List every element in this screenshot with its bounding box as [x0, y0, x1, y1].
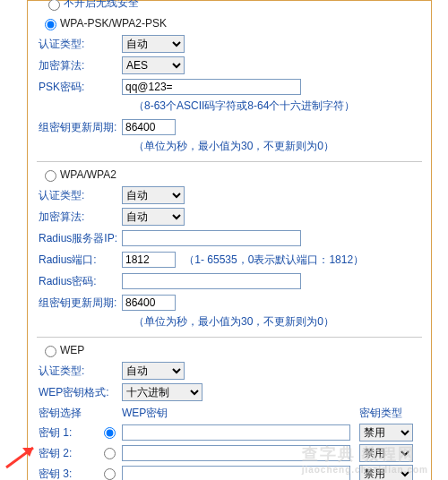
wpapsk-auth-select[interactable]: 自动 [122, 35, 185, 53]
wep-key-type-1[interactable]: 禁用 [359, 424, 413, 441]
wep-key-input-2[interactable] [122, 445, 350, 461]
annotation-arrow-icon [3, 439, 42, 471]
wpa-gkp-hint: （单位为秒，最小值为30，不更新则为0） [134, 314, 422, 330]
security-radio-wpapsk[interactable] [45, 19, 56, 30]
wep-head-type: 密钥类型 [359, 406, 422, 421]
wep-key-label-2: 密钥 2: [37, 446, 99, 461]
wpa-auth-label: 认证类型: [37, 188, 122, 203]
wep-key-type-2[interactable]: 禁用 [359, 444, 413, 462]
wep-key-radio-3[interactable] [104, 468, 116, 480]
wpa-algo-label: 加密算法: [37, 210, 122, 225]
radius-pwd-label: Radius密码: [37, 274, 122, 289]
wpapsk-auth-label: 认证类型: [37, 37, 122, 52]
radius-port-label: Radius端口: [37, 253, 122, 268]
radius-port-hint: （1- 65535，0表示默认端口：1812） [184, 253, 364, 266]
wpapsk-gkp-input[interactable] [122, 119, 176, 135]
wep-fmt-select[interactable]: 十六进制 [122, 383, 202, 401]
wpa-auth-select[interactable]: 自动 [122, 186, 185, 204]
radius-ip-label: Radius服务器IP: [37, 231, 122, 246]
separator-1 [37, 161, 422, 162]
wep-key-input-1[interactable] [122, 424, 350, 441]
wep-fmt-label: WEP密钥格式: [37, 385, 122, 400]
security-radio-wep[interactable] [45, 346, 56, 357]
security-radio-wpa[interactable] [45, 170, 56, 182]
wep-key-radio-1[interactable] [104, 427, 116, 439]
wep-key-label-3: 密钥 3: [37, 467, 99, 481]
security-label-wep: WEP [60, 344, 84, 356]
wpapsk-psk-input[interactable] [122, 79, 301, 95]
radius-pwd-input[interactable] [122, 273, 301, 289]
security-radio-none[interactable] [48, 0, 60, 11]
security-option-wpa[interactable]: WPA/WPA2 [40, 167, 422, 182]
wep-key-input-3[interactable] [122, 466, 350, 480]
wpapsk-psk-hint: （8-63个ASCII码字符或8-64个十六进制字符） [134, 99, 422, 114]
wep-header-row: 密钥选择 WEP密钥 密钥类型 [37, 406, 422, 421]
wpa-gkp-input[interactable] [122, 295, 176, 311]
wep-key-row-1: 密钥 1: 禁用 [37, 424, 422, 441]
wpa-algo-select[interactable]: 自动 [122, 208, 185, 226]
wep-auth-label: 认证类型: [37, 364, 122, 379]
wep-key-row-2: 密钥 2: 禁用 [37, 444, 422, 462]
wep-key-radio-2[interactable] [104, 448, 116, 459]
wpapsk-gkp-hint: （单位为秒，最小值为30，不更新则为0） [134, 139, 422, 154]
wpapsk-psk-label: PSK密码: [37, 80, 122, 95]
wep-key-label-1: 密钥 1: [37, 425, 99, 441]
wep-auth-select[interactable]: 自动 [122, 362, 185, 380]
radius-ip-input[interactable] [122, 230, 301, 246]
security-option-wep[interactable]: WEP [40, 343, 422, 357]
wpapsk-algo-label: 加密算法: [37, 58, 122, 73]
wpa-gkp-label: 组密钥更新周期: [37, 296, 122, 311]
security-option-wpapsk[interactable]: WPA-PSK/WPA2-PSK [40, 16, 422, 30]
wep-key-row-3: 密钥 3: 禁用 [37, 465, 422, 480]
wpapsk-gkp-label: 组密钥更新周期: [37, 120, 122, 135]
wep-head-sel: 密钥选择 [37, 406, 122, 421]
security-label-wpapsk: WPA-PSK/WPA2-PSK [60, 17, 167, 30]
security-option-none[interactable]: 不开启无线安全 [40, 0, 422, 11]
settings-panel: 不开启无线安全 WPA-PSK/WPA2-PSK 认证类型: 自动 加密算法: … [27, 0, 432, 480]
security-label-none: 不开启无线安全 [64, 0, 139, 11]
separator-2 [37, 337, 422, 338]
radius-port-input[interactable] [122, 252, 176, 268]
wep-head-key: WEP密钥 [122, 406, 359, 421]
security-label-wpa: WPA/WPA2 [60, 168, 116, 181]
wpapsk-algo-select[interactable]: AES [122, 56, 185, 74]
wep-key-type-3[interactable]: 禁用 [359, 465, 413, 480]
